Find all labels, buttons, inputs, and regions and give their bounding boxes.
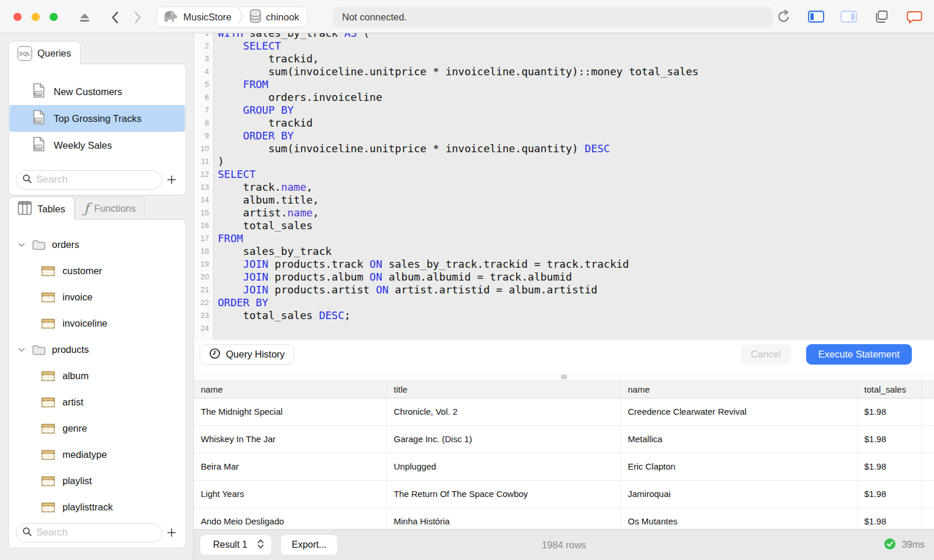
results-splitter-handle[interactable] bbox=[194, 373, 934, 380]
results-cell[interactable]: Chronicle, Vol. 2 bbox=[386, 398, 621, 425]
table-icon bbox=[41, 292, 55, 303]
code-line: 3 trackid, bbox=[194, 52, 934, 65]
tree-table-label: customer bbox=[62, 265, 102, 276]
results-cell[interactable]: Garage Inc. (Disc 1) bbox=[386, 425, 621, 453]
back-button[interactable] bbox=[107, 10, 122, 25]
line-number: 11 bbox=[194, 155, 214, 168]
code-text: total_sales DESC; bbox=[214, 309, 351, 322]
feedback-chat-button[interactable] bbox=[906, 9, 922, 25]
cancel-button[interactable]: Cancel bbox=[741, 344, 790, 365]
code-text: ) bbox=[214, 155, 224, 168]
sql-file-icon: SQL bbox=[33, 83, 45, 100]
refresh-button[interactable] bbox=[775, 9, 792, 25]
query-history-button[interactable]: Query History bbox=[200, 344, 294, 365]
tree-table-row[interactable]: mediatype bbox=[9, 442, 186, 468]
query-item[interactable]: SQLWeekly Sales bbox=[9, 132, 185, 159]
code-text: SELECT bbox=[214, 168, 256, 181]
close-window-button[interactable] bbox=[13, 13, 22, 21]
chevron-down-icon[interactable] bbox=[18, 348, 26, 352]
code-line: 7 GROUP BY bbox=[194, 104, 934, 117]
sql-editor[interactable]: 1WITH sales_by_track AS (2 SELECT3 track… bbox=[194, 33, 934, 340]
result-selector[interactable]: Result 1 bbox=[200, 534, 272, 555]
results-cell[interactable]: $1.98 bbox=[857, 453, 921, 480]
results-row[interactable]: Beira MarUnpluggedEric Clapton$1.98 bbox=[194, 453, 934, 480]
results-column-header[interactable]: name bbox=[621, 381, 857, 398]
tab-functions[interactable]: ƒ Functions bbox=[75, 197, 145, 220]
results-cell[interactable]: Unplugged bbox=[386, 453, 621, 480]
results-cell[interactable]: $1.98 bbox=[857, 425, 921, 453]
results-cell[interactable]: Whiskey In The Jar bbox=[194, 425, 386, 453]
code-line: 11) bbox=[194, 155, 934, 168]
results-cell[interactable]: Os Mutantes bbox=[621, 508, 857, 529]
code-text: ORDER BY bbox=[214, 296, 269, 309]
breadcrumb-database[interactable]: chinook bbox=[249, 9, 299, 26]
results-column-header[interactable]: name bbox=[194, 381, 386, 398]
results-row[interactable]: Ando Meio DesligadoMinha HistóriaOs Muta… bbox=[194, 508, 934, 529]
results-cell-filler bbox=[921, 425, 934, 453]
code-line: 23 total_sales DESC; bbox=[194, 309, 934, 322]
results-row[interactable]: The Midnight SpecialChronicle, Vol. 2Cre… bbox=[194, 398, 934, 425]
results-cell[interactable]: The Midnight Special bbox=[194, 398, 386, 425]
clock-icon bbox=[209, 348, 221, 362]
results-cell[interactable]: $1.98 bbox=[857, 398, 921, 425]
results-cell[interactable]: Jamiroquai bbox=[621, 480, 857, 508]
results-cell[interactable]: Light Years bbox=[194, 480, 386, 508]
results-cell[interactable]: Ando Meio Desligado bbox=[194, 508, 386, 529]
svg-text:SQL: SQL bbox=[35, 92, 41, 96]
minimize-window-button[interactable] bbox=[32, 13, 40, 21]
code-text: album.title, bbox=[214, 194, 319, 206]
query-item[interactable]: SQLNew Customers bbox=[9, 78, 185, 105]
tab-functions-label: Functions bbox=[94, 203, 136, 214]
results-cell[interactable]: Minha História bbox=[386, 508, 621, 529]
tree-table-row[interactable]: artist bbox=[9, 389, 186, 415]
tree-table-row[interactable]: genre bbox=[9, 415, 186, 442]
results-row[interactable]: Whiskey In The JarGarage Inc. (Disc 1)Me… bbox=[194, 425, 934, 453]
add-query-button[interactable] bbox=[162, 175, 181, 184]
tree-table-row[interactable]: customer bbox=[9, 258, 186, 284]
results-cell[interactable]: Metallica bbox=[621, 425, 857, 453]
tree-table-row[interactable]: album bbox=[9, 363, 186, 389]
results-cell[interactable]: $1.98 bbox=[857, 508, 921, 529]
results-cell[interactable]: Eric Clapton bbox=[621, 453, 857, 480]
tree-group-row[interactable]: orders bbox=[9, 232, 186, 258]
forward-button[interactable] bbox=[130, 10, 145, 25]
query-item[interactable]: SQLTop Grossing Tracks bbox=[9, 105, 185, 132]
execute-statement-button[interactable]: Execute Statement bbox=[806, 344, 912, 365]
eject-button[interactable] bbox=[77, 10, 92, 25]
tab-tables[interactable]: Tables bbox=[8, 197, 75, 220]
tree-table-row[interactable]: playlisttrack bbox=[9, 494, 186, 515]
code-text: artist.name, bbox=[214, 206, 319, 219]
tables-search-input[interactable] bbox=[36, 527, 156, 538]
search-icon bbox=[22, 174, 32, 186]
queries-search-input[interactable] bbox=[36, 174, 156, 186]
tree-table-row[interactable]: invoice bbox=[9, 284, 186, 310]
results-column-header[interactable]: total_sales bbox=[857, 381, 921, 398]
new-window-icon[interactable] bbox=[873, 9, 890, 25]
results-cell[interactable]: Beira Mar bbox=[194, 453, 386, 480]
code-line: 5 FROM bbox=[194, 78, 934, 91]
add-table-button[interactable] bbox=[162, 528, 181, 537]
results-cell[interactable]: The Return Of The Space Cowboy bbox=[386, 480, 621, 508]
breadcrumb-server[interactable]: MusicStore bbox=[163, 9, 232, 24]
tab-queries[interactable]: SQL Queries bbox=[8, 41, 81, 65]
code-line: 24 bbox=[194, 322, 934, 335]
tree-group-row[interactable]: products bbox=[9, 337, 186, 363]
editor-toolbar: Query History Cancel Execute Statement bbox=[194, 340, 934, 373]
toggle-left-sidebar-button[interactable] bbox=[808, 9, 824, 25]
chevron-down-icon[interactable] bbox=[18, 243, 26, 247]
code-line: 14 album.title, bbox=[194, 194, 934, 206]
breadcrumb-server-label: MusicStore bbox=[183, 12, 232, 23]
results-column-header[interactable]: title bbox=[386, 381, 621, 398]
export-button[interactable]: Export... bbox=[280, 534, 339, 555]
tree-table-row[interactable]: invoiceline bbox=[9, 310, 186, 337]
zoom-window-button[interactable] bbox=[50, 13, 58, 21]
tree-table-row[interactable]: playlist bbox=[9, 468, 186, 494]
queries-search-field[interactable] bbox=[16, 170, 162, 190]
results-cell[interactable]: $1.98 bbox=[857, 480, 921, 508]
toggle-right-sidebar-button[interactable] bbox=[841, 9, 857, 25]
code-line: 17FROM bbox=[194, 232, 934, 245]
results-row[interactable]: Light YearsThe Return Of The Space Cowbo… bbox=[194, 480, 934, 508]
results-cell-filler bbox=[921, 480, 934, 508]
results-cell[interactable]: Creedence Clearwater Revival bbox=[621, 398, 857, 425]
tables-search-field[interactable] bbox=[16, 523, 162, 542]
